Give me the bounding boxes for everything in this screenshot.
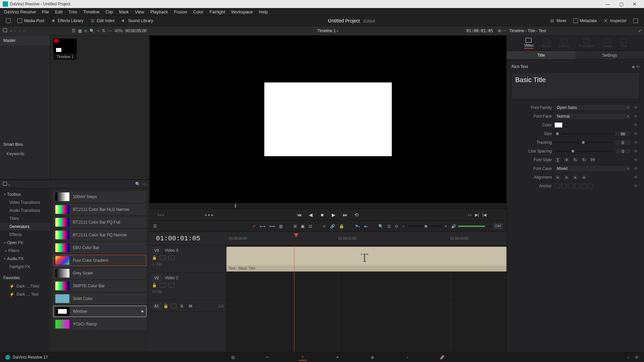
maximize-button[interactable]: ▢ xyxy=(614,0,628,8)
project-settings-icon[interactable]: ⚙ xyxy=(635,355,639,360)
reset-icon[interactable]: ⟲ xyxy=(636,64,639,69)
menu-workspace[interactable]: Workspace xyxy=(228,9,256,14)
viewer[interactable] xyxy=(149,36,506,203)
generator-item[interactable]: EBU Color Bar xyxy=(53,242,147,253)
generator-item[interactable]: Solid Color xyxy=(53,293,147,304)
anchor-tr[interactable] xyxy=(568,184,573,188)
anchor-tc[interactable] xyxy=(561,184,567,188)
zoom-fit-icon[interactable]: ⊙ xyxy=(395,224,398,229)
viewer-scrubber[interactable] xyxy=(149,203,506,209)
tracking-slider[interactable] xyxy=(554,142,612,143)
lock-icon[interactable]: 🔓 xyxy=(163,304,168,308)
menu-timeline[interactable]: Timeline xyxy=(80,9,102,14)
track-header-v2[interactable]: V2Video 2 🔓 0 Clip xyxy=(149,273,226,300)
reset-icon[interactable]: ⟲ xyxy=(634,140,639,145)
inspector-tab-video[interactable]: Video xyxy=(524,38,534,49)
first-frame-button[interactable]: ⏮ xyxy=(296,212,303,218)
reset-icon[interactable]: ⟲ xyxy=(634,123,639,127)
trim-tool[interactable]: ⟷ xyxy=(260,224,265,229)
color-page-tab[interactable]: ◉ xyxy=(368,354,376,361)
strike-button[interactable]: T xyxy=(563,157,570,163)
volume-slider[interactable] xyxy=(458,226,492,227)
strip-view-icon[interactable]: ≡ xyxy=(85,28,87,33)
media-pool-button[interactable]: Media Pool xyxy=(14,17,48,24)
dim-button[interactable]: DIM xyxy=(494,224,502,229)
effects-search-icon[interactable]: 🔍 xyxy=(135,182,140,186)
timeline-ruler[interactable]: 01:00:00:00 01:00:02:00 01:00:04:00 xyxy=(226,232,506,245)
keyframe-icon[interactable]: ◆ xyxy=(632,64,635,69)
inspector-tab-image[interactable]: Image xyxy=(602,39,613,48)
inspector-tab-effects[interactable]: Effects xyxy=(559,39,570,48)
video-transitions-node[interactable]: Video Transitions xyxy=(0,198,50,206)
selection-tool[interactable]: ➚ xyxy=(252,224,256,229)
search-icon[interactable]: 🔍 xyxy=(90,28,95,33)
bin-keywords[interactable]: Keywords xyxy=(0,149,50,158)
generator-item[interactable]: 100mV Steps xyxy=(53,191,147,202)
deliver-page-tab[interactable]: 🚀 xyxy=(438,354,446,361)
subtab-settings[interactable]: Settings xyxy=(576,51,644,59)
zoom-in-icon[interactable]: + xyxy=(445,224,447,229)
generators-node[interactable]: Generators xyxy=(0,223,50,231)
reset-icon[interactable]: ⟲ xyxy=(634,149,639,154)
anchor-mr[interactable] xyxy=(588,184,593,188)
stop-button[interactable]: ■ xyxy=(319,212,326,218)
track-header-v3[interactable]: V3Video 3 🔓 1 Clip xyxy=(149,245,226,273)
mute-button[interactable]: M xyxy=(187,303,194,309)
bin-smart-bins[interactable]: Smart Bins xyxy=(0,139,50,149)
loop-button[interactable]: ⟲ xyxy=(353,212,360,218)
menu-clip[interactable]: Clip xyxy=(103,9,116,14)
timeline-canvas[interactable]: T Text - Basic Title xyxy=(226,245,506,353)
media-zoom[interactable]: 40% xyxy=(115,28,123,33)
audio-transitions-node[interactable]: Audio Transitions xyxy=(0,206,50,215)
generator-item[interactable]: BT.2111 Color Bar PQ Full xyxy=(53,217,147,228)
generator-item[interactable]: BT.2111 Color Bar HLG Narrow xyxy=(53,204,147,215)
audiofx-node[interactable]: ▾Audio FX xyxy=(0,255,50,263)
cut-page-tab[interactable]: ✂ xyxy=(264,354,272,361)
timeline-timecode[interactable]: 01:00:01:05 xyxy=(149,235,226,242)
flag-icon[interactable]: ⚑▾ xyxy=(355,224,360,229)
timeline-name[interactable]: Timeline 1 ▾ xyxy=(317,28,338,33)
inspector-button[interactable]: Inspector xyxy=(600,17,630,24)
inspector-tab-transition[interactable]: Transition xyxy=(578,39,594,48)
menu-playback[interactable]: Playback xyxy=(148,9,171,14)
timeline-view-icon[interactable]: ☰ xyxy=(153,224,157,229)
media-page-tab[interactable]: ▦ xyxy=(229,354,237,361)
snap-icon[interactable]: ⊂ xyxy=(323,224,326,229)
zoom-out-icon[interactable]: − xyxy=(402,224,405,229)
list-view-icon[interactable]: ☰ xyxy=(72,28,75,33)
menu-davinci-resolve[interactable]: DaVinci Resolve xyxy=(1,9,39,14)
project-manager-icon[interactable]: ⌂ xyxy=(627,355,630,360)
volume-icon[interactable]: 🔊 xyxy=(451,224,456,229)
zoom-detail-icon[interactable]: ⊡ xyxy=(387,224,391,229)
smallcaps-button[interactable]: Tᴛ xyxy=(589,157,596,163)
color-swatch[interactable] xyxy=(554,122,562,128)
marker-icon[interactable]: ●▾ xyxy=(364,224,368,229)
align-right-button[interactable]: ≡ xyxy=(572,174,579,180)
font-case-dropdown[interactable]: Mixed▾ xyxy=(554,165,631,172)
fusion-page-tab[interactable]: ✦ xyxy=(333,354,341,361)
fullscreen-button[interactable] xyxy=(3,17,14,24)
track-header-a1[interactable]: A1 🔓 S M 2.0 xyxy=(149,300,226,312)
home-icon[interactable] xyxy=(5,355,10,360)
superscript-button[interactable]: Tx xyxy=(572,157,579,163)
playhead-line[interactable] xyxy=(294,245,294,353)
menu-view[interactable]: View xyxy=(132,9,147,14)
last-frame-button[interactable]: ⏭ xyxy=(342,212,348,218)
subtab-title[interactable]: Title xyxy=(507,51,576,59)
track-enable-icon[interactable] xyxy=(160,255,166,260)
menu-fairlight[interactable]: Fairlight xyxy=(207,9,228,14)
replace-icon[interactable]: ⊡ xyxy=(309,224,312,229)
filters-node[interactable]: ▸Filters xyxy=(0,247,50,255)
viewer-options-icon[interactable]: ⊕ xyxy=(498,28,501,33)
generator-item[interactable]: BT.2111 Color Bar PQ Narrow xyxy=(53,229,147,241)
safe-area-icon[interactable]: ▭ xyxy=(468,213,472,217)
metadata-button[interactable]: Metadata xyxy=(570,17,600,24)
font-family-dropdown[interactable]: Open Sans▾ xyxy=(554,104,631,111)
align-center-button[interactable]: ≡ xyxy=(563,174,570,180)
reset-icon[interactable]: ⟲ xyxy=(634,158,639,162)
sort-icon[interactable]: ⇅ xyxy=(102,28,105,33)
reset-icon[interactable]: ⟲ xyxy=(634,175,639,180)
panel-view-icon[interactable]: ▾ xyxy=(3,181,10,187)
underline-button[interactable]: T xyxy=(554,157,561,163)
anchor-mc[interactable] xyxy=(581,184,587,188)
